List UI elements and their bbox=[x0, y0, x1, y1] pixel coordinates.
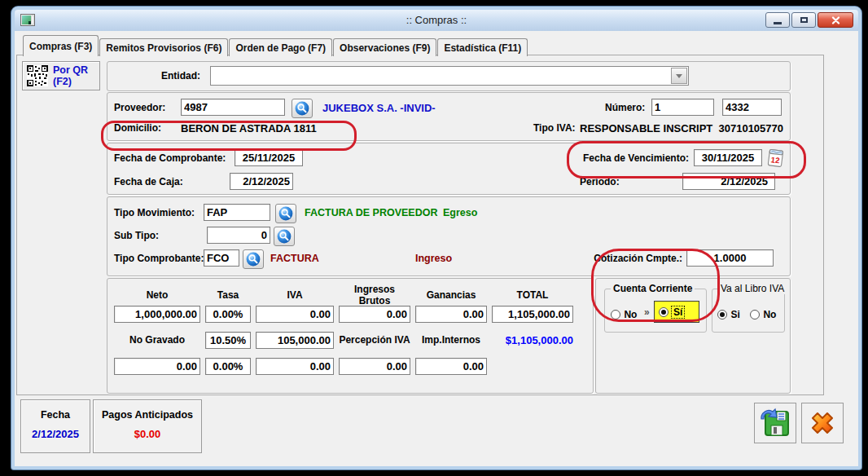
minimize-button[interactable] bbox=[765, 12, 790, 28]
percepcion-iva-input[interactable] bbox=[339, 358, 410, 375]
cotizacion-input[interactable] bbox=[686, 249, 774, 267]
save-button[interactable] bbox=[754, 403, 796, 443]
no-gravado-iva-input[interactable] bbox=[256, 332, 334, 349]
tipo-iva-label: Tipo IVA: bbox=[533, 122, 576, 134]
no-gravado-input[interactable] bbox=[114, 358, 200, 375]
tab-compras[interactable]: Compras (F3) bbox=[23, 35, 99, 56]
imp-internos-input[interactable] bbox=[415, 358, 487, 375]
header-iva: IVA bbox=[256, 289, 334, 301]
cuenta-corriente-group: Cuenta Corriente No » Sí bbox=[604, 289, 707, 333]
entidad-combobox[interactable] bbox=[210, 66, 689, 86]
fecha-caja-input[interactable] bbox=[230, 173, 293, 190]
domicilio-value: BERON DE ASTRADA 1811 bbox=[181, 122, 317, 134]
libro-iva-title: Va al Libro IVA bbox=[718, 283, 787, 294]
tipo-comprobante-flujo: Ingreso bbox=[415, 253, 452, 264]
sub-tipo-label: Sub Tipo: bbox=[114, 230, 159, 241]
ganancias-input[interactable] bbox=[415, 306, 487, 323]
libro-iva-no-label: No bbox=[763, 309, 776, 320]
total-input[interactable] bbox=[492, 306, 573, 323]
ingresos-brutos-input[interactable] bbox=[339, 306, 410, 323]
tipo-movimiento-search-button[interactable] bbox=[275, 204, 296, 223]
tipo-movimiento-input[interactable] bbox=[204, 204, 270, 221]
periodo-label: Período: bbox=[580, 176, 620, 187]
fecha-vencimiento-input[interactable] bbox=[694, 149, 762, 166]
caption-buttons bbox=[765, 12, 853, 28]
pagos-anticipados-value: $0.00 bbox=[94, 428, 201, 440]
tasa2-input[interactable] bbox=[205, 358, 251, 375]
importes-grid: Neto Tasa IVA Ingresos Brutos Ganancias … bbox=[114, 287, 573, 377]
tab-orden-de-pago[interactable]: Orden de Pago (F7) bbox=[229, 38, 332, 56]
libro-iva-group: Va al Libro IVA Si No bbox=[712, 289, 785, 333]
titlebar: :: Compras :: bbox=[15, 10, 858, 32]
libro-iva-no-option[interactable]: No bbox=[750, 306, 776, 321]
radio-checked-icon[interactable] bbox=[659, 307, 669, 317]
sub-tipo-input[interactable] bbox=[207, 227, 270, 244]
cuenta-corriente-title: Cuenta Corriente bbox=[611, 283, 695, 294]
cuenta-corriente-si-option[interactable]: Sí bbox=[654, 301, 699, 323]
chevron-down-icon bbox=[676, 74, 682, 78]
tipo-comprobante-input[interactable] bbox=[204, 249, 239, 267]
cancel-cross-icon bbox=[805, 407, 840, 439]
entidad-dropdown-button[interactable] bbox=[671, 68, 687, 84]
tipo-movimiento-flujo: Egreso bbox=[443, 207, 477, 218]
libro-iva-si-option[interactable]: Si bbox=[717, 306, 740, 321]
imp-internos-label: Imp.Internos bbox=[415, 334, 487, 346]
tab-remitos-provisorios[interactable]: Remitos Provisorios (F6) bbox=[99, 38, 228, 56]
header-ingresos-brutos: Ingresos Brutos bbox=[339, 284, 410, 306]
calendar-button[interactable]: 12 bbox=[765, 148, 787, 169]
close-icon bbox=[831, 16, 840, 24]
tab-page-compras: Por QR(F2) Entidad: Proveedor: bbox=[16, 55, 824, 395]
por-qr-button[interactable]: Por QR(F2) bbox=[22, 61, 100, 90]
proveedor-name: JUKEBOX S.A. -INVID- bbox=[322, 102, 436, 114]
numero-numero-input[interactable] bbox=[722, 99, 782, 116]
movimiento-group: Tipo Movimiento: FACTURA DE PROVEEDOR Eg… bbox=[107, 196, 791, 276]
proveedor-code-input[interactable] bbox=[181, 99, 285, 116]
tipo-comprobante-search-button[interactable] bbox=[243, 249, 264, 269]
tab-strip: Compras (F3) Remitos Provisorios (F6) Or… bbox=[23, 35, 528, 56]
minimize-icon bbox=[774, 22, 782, 24]
tipo-movimiento-label: Tipo Movimiento: bbox=[114, 207, 195, 218]
entidad-input[interactable] bbox=[211, 67, 670, 85]
radio-unchecked-icon[interactable] bbox=[750, 310, 760, 320]
tab-estadistica[interactable]: Estadística (F11) bbox=[437, 38, 528, 56]
sub-tipo-search-button[interactable] bbox=[274, 227, 295, 246]
por-qr-label: Por QR(F2) bbox=[53, 64, 88, 87]
radio-checked-icon[interactable] bbox=[717, 310, 727, 320]
numero-serie-input[interactable] bbox=[651, 99, 714, 116]
calendar-icon: 12 bbox=[766, 148, 786, 169]
maximize-icon bbox=[800, 17, 808, 23]
fecha-comprobante-input[interactable] bbox=[235, 149, 303, 166]
fecha-panel-button[interactable]: Fecha 2/12/2025 bbox=[20, 399, 90, 453]
header-tasa: Tasa bbox=[205, 289, 251, 301]
window-title: :: Compras :: bbox=[15, 14, 858, 26]
pagos-anticipados-button[interactable]: Pagos Anticipados $0.00 bbox=[93, 399, 202, 453]
iva-input[interactable] bbox=[256, 306, 334, 323]
client-area: Compras (F3) Remitos Provisorios (F6) Or… bbox=[15, 31, 858, 466]
cotizacion-label: Cotización Cmpte.: bbox=[576, 253, 682, 264]
iva2-input[interactable] bbox=[256, 358, 334, 375]
cuenta-corriente-si-label: Sí bbox=[672, 306, 684, 318]
search-icon bbox=[295, 101, 309, 116]
arrow-indicator: » bbox=[644, 306, 650, 318]
tasa-input[interactable] bbox=[205, 306, 251, 323]
header-neto: Neto bbox=[114, 289, 200, 301]
header-total: TOTAL bbox=[492, 289, 573, 301]
importes-group: Neto Tasa IVA Ingresos Brutos Ganancias … bbox=[107, 278, 594, 394]
no-gravado-tasa-input[interactable] bbox=[205, 332, 251, 349]
proveedor-search-button[interactable] bbox=[292, 99, 313, 118]
opciones-group: Cuenta Corriente No » Sí Va al Libro IVA bbox=[595, 278, 791, 394]
percepcion-iva-label: Percepción IVA bbox=[339, 334, 410, 346]
svg-text:12: 12 bbox=[770, 155, 781, 165]
tipo-iva-cuit: 30710105770 bbox=[718, 122, 783, 134]
total-con-simbolo: $1,105,000.00 bbox=[492, 334, 573, 346]
app-window: :: Compras :: Compras (F3) Remitos Provi… bbox=[11, 7, 861, 469]
cancel-button[interactable] bbox=[801, 403, 844, 443]
periodo-input[interactable] bbox=[682, 173, 775, 190]
close-button[interactable] bbox=[818, 12, 853, 28]
neto-input[interactable] bbox=[114, 306, 200, 323]
cuenta-corriente-no-option[interactable]: No bbox=[611, 306, 637, 321]
fecha-panel-value: 2/12/2025 bbox=[21, 428, 90, 440]
tab-observaciones[interactable]: Observaciones (F9) bbox=[333, 38, 436, 56]
radio-unchecked-icon[interactable] bbox=[611, 310, 620, 320]
maximize-button[interactable] bbox=[791, 12, 816, 28]
